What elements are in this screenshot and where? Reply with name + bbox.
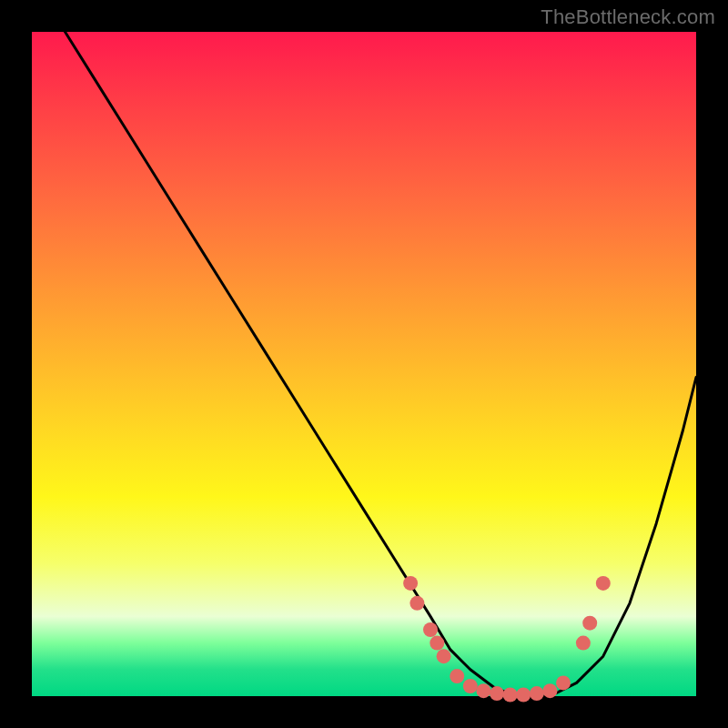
bottleneck-curve <box>66 32 697 696</box>
chart-svg <box>32 32 696 696</box>
data-marker <box>403 576 418 591</box>
watermark-text: TheBottleneck.com <box>541 5 715 29</box>
data-marker <box>596 576 611 591</box>
data-marker <box>576 636 591 651</box>
data-marker <box>582 616 597 631</box>
data-marker <box>423 622 438 637</box>
plot-area <box>32 32 696 696</box>
data-marker <box>490 686 504 701</box>
data-marker <box>503 688 518 703</box>
data-marker <box>430 636 444 651</box>
data-marker <box>516 688 531 703</box>
data-marker <box>410 596 424 611</box>
data-marker <box>542 683 557 698</box>
data-marker <box>450 669 464 683</box>
marker-group <box>403 576 611 703</box>
data-marker <box>530 686 544 701</box>
data-marker <box>476 683 490 698</box>
data-marker <box>437 649 451 663</box>
data-marker <box>463 679 478 693</box>
chart-frame: TheBottleneck.com <box>0 0 728 728</box>
data-marker <box>556 675 571 690</box>
